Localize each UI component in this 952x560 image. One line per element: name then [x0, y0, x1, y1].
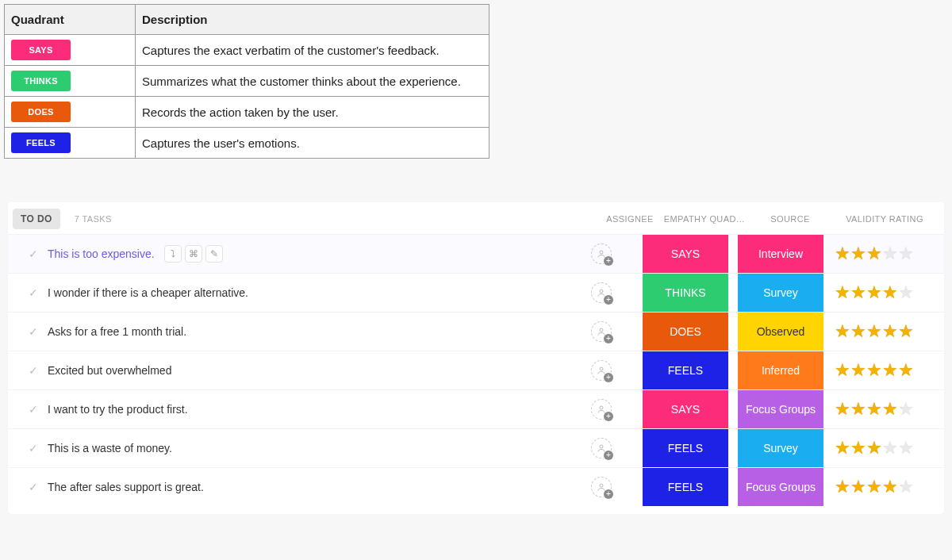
source-cell[interactable]: Focus Groups: [738, 468, 823, 506]
check-icon[interactable]: ✓: [29, 442, 38, 455]
assignee-add-icon[interactable]: [591, 360, 612, 381]
validity-rating-cell[interactable]: ★★★★★: [833, 284, 936, 301]
star-icon[interactable]: ★: [866, 401, 882, 418]
task-row[interactable]: ✓Excited but overwhelmedFEELSInferred★★★…: [8, 351, 944, 389]
task-row[interactable]: ✓Asks for a free 1 month trial.DOESObser…: [8, 312, 944, 351]
star-icon[interactable]: ★: [898, 284, 914, 301]
star-icon[interactable]: ★: [850, 439, 866, 457]
star-icon[interactable]: ★: [835, 439, 850, 457]
star-icon[interactable]: ★: [882, 245, 898, 263]
assignee-add-icon[interactable]: [591, 282, 612, 303]
star-icon[interactable]: ★: [835, 362, 850, 379]
validity-rating-cell[interactable]: ★★★★★: [833, 245, 936, 263]
assignee-add-icon[interactable]: [591, 321, 612, 342]
task-row[interactable]: ✓I wonder if there is a cheaper alternat…: [8, 273, 944, 312]
assignee-cell[interactable]: [570, 438, 633, 458]
star-icon[interactable]: ★: [882, 323, 898, 340]
source-cell[interactable]: Observed: [738, 313, 823, 351]
tag-icon[interactable]: ⌘: [185, 245, 202, 263]
star-icon[interactable]: ★: [882, 401, 898, 418]
check-icon[interactable]: ✓: [29, 325, 38, 338]
star-icon[interactable]: ★: [835, 401, 850, 418]
empathy-quadrant-cell[interactable]: FEELS: [643, 351, 728, 389]
source-cell[interactable]: Inferred: [738, 351, 823, 389]
task-title[interactable]: I want to try the product first.: [48, 403, 188, 416]
empathy-quadrant-cell[interactable]: SAYS: [643, 235, 728, 273]
star-icon[interactable]: ★: [898, 245, 914, 263]
star-icon[interactable]: ★: [898, 401, 914, 418]
star-icon[interactable]: ★: [866, 323, 882, 340]
star-icon[interactable]: ★: [882, 478, 898, 496]
star-icon[interactable]: ★: [835, 284, 850, 301]
star-icon[interactable]: ★: [850, 478, 866, 496]
star-icon[interactable]: ★: [850, 284, 866, 301]
assignee-add-icon[interactable]: [591, 477, 612, 497]
star-icon[interactable]: ★: [850, 401, 866, 418]
check-icon[interactable]: ✓: [29, 403, 38, 416]
column-header-source[interactable]: SOURCE: [747, 214, 833, 224]
source-cell[interactable]: Focus Groups: [738, 390, 823, 428]
check-icon[interactable]: ✓: [29, 481, 38, 493]
validity-rating-cell[interactable]: ★★★★★: [833, 478, 936, 496]
star-icon[interactable]: ★: [866, 362, 882, 379]
star-icon[interactable]: ★: [835, 323, 850, 340]
check-icon[interactable]: ✓: [29, 364, 38, 377]
task-title[interactable]: Asks for a free 1 month trial.: [48, 325, 186, 338]
task-title[interactable]: This is a waste of money.: [48, 442, 172, 455]
assignee-cell[interactable]: [570, 360, 633, 381]
validity-rating-cell[interactable]: ★★★★★: [833, 439, 936, 457]
task-row[interactable]: ✓The after sales support is great.FEELSF…: [8, 467, 944, 506]
assignee-cell[interactable]: [570, 244, 633, 264]
status-pill-todo[interactable]: TO DO: [13, 209, 60, 229]
star-icon[interactable]: ★: [898, 323, 914, 340]
star-icon[interactable]: ★: [866, 245, 882, 263]
empathy-quadrant-cell[interactable]: FEELS: [643, 468, 728, 506]
task-title[interactable]: The after sales support is great.: [48, 481, 204, 493]
column-header-empathy-quadrant[interactable]: EMPATHY QUAD…: [662, 214, 747, 224]
task-row[interactable]: ✓This is too expensive.⤵⌘✎SAYSInterview★…: [8, 234, 944, 273]
validity-rating-cell[interactable]: ★★★★★: [833, 362, 936, 379]
assignee-cell[interactable]: [570, 399, 633, 420]
empathy-quadrant-cell[interactable]: THINKS: [643, 274, 728, 312]
assignee-cell[interactable]: [570, 321, 633, 342]
task-row[interactable]: ✓This is a waste of money.FEELSSurvey★★★…: [8, 428, 944, 467]
task-title[interactable]: I wonder if there is a cheaper alternati…: [48, 286, 248, 299]
empathy-quadrant-cell[interactable]: SAYS: [643, 390, 728, 428]
star-icon[interactable]: ★: [850, 362, 866, 379]
subtask-icon[interactable]: ⤵: [164, 245, 182, 263]
assignee-add-icon[interactable]: [591, 244, 612, 264]
source-cell[interactable]: Survey: [738, 429, 823, 467]
column-header-validity[interactable]: VALIDITY RATING: [833, 214, 936, 224]
task-title[interactable]: This is too expensive.: [48, 247, 155, 260]
check-icon[interactable]: ✓: [29, 286, 38, 299]
star-icon[interactable]: ★: [882, 284, 898, 301]
assignee-cell[interactable]: [570, 477, 633, 497]
star-icon[interactable]: ★: [898, 439, 914, 457]
task-title[interactable]: Excited but overwhelmed: [48, 364, 171, 377]
source-cell[interactable]: Survey: [738, 274, 823, 312]
task-row[interactable]: ✓I want to try the product first.SAYSFoc…: [8, 389, 944, 428]
star-icon[interactable]: ★: [866, 284, 882, 301]
assignee-add-icon[interactable]: [591, 399, 612, 420]
star-icon[interactable]: ★: [898, 362, 914, 379]
star-icon[interactable]: ★: [882, 439, 898, 457]
check-icon[interactable]: ✓: [29, 247, 38, 260]
star-icon[interactable]: ★: [850, 245, 866, 263]
quad-badge-says: SAYS: [11, 40, 71, 60]
empathy-quadrant-cell[interactable]: DOES: [643, 313, 728, 351]
validity-rating-cell[interactable]: ★★★★★: [833, 401, 936, 418]
star-icon[interactable]: ★: [866, 478, 882, 496]
star-icon[interactable]: ★: [866, 439, 882, 457]
source-cell[interactable]: Interview: [738, 235, 823, 273]
assignee-cell[interactable]: [570, 282, 633, 303]
empathy-quadrant-cell[interactable]: FEELS: [643, 429, 728, 467]
validity-rating-cell[interactable]: ★★★★★: [833, 323, 936, 340]
star-icon[interactable]: ★: [882, 362, 898, 379]
edit-icon[interactable]: ✎: [205, 245, 223, 263]
star-icon[interactable]: ★: [850, 323, 866, 340]
star-icon[interactable]: ★: [835, 478, 850, 496]
star-icon[interactable]: ★: [898, 478, 914, 496]
star-icon[interactable]: ★: [835, 245, 850, 263]
column-header-assignee[interactable]: ASSIGNEE: [598, 214, 662, 224]
assignee-add-icon[interactable]: [591, 438, 612, 458]
